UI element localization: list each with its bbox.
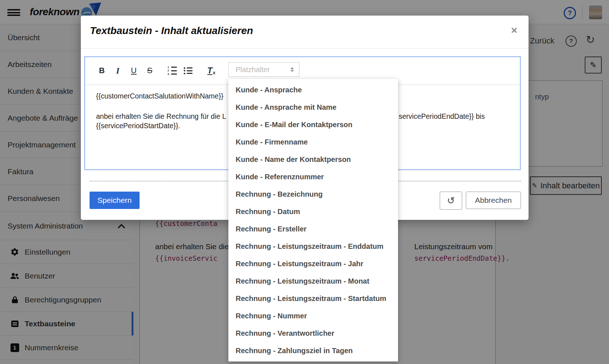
clear-formatting-button[interactable]: T x xyxy=(205,63,218,78)
dropdown-option[interactable]: Kunde - Firmenname xyxy=(228,133,398,151)
ul-bar xyxy=(187,70,192,71)
ol-bar xyxy=(171,74,177,75)
arrow-down xyxy=(290,70,294,72)
dropdown-option[interactable]: Rechnung - Ersteller xyxy=(228,220,398,238)
ul-dot xyxy=(184,67,185,69)
strikethrough-button[interactable]: S xyxy=(143,63,156,78)
dropdown-option[interactable]: Rechnung - Leistungszeitraum - Startdatu… xyxy=(228,290,398,307)
application-window: foreknown ? Übersicht Arbeitszeiten Kund… xyxy=(0,0,609,364)
ordered-list-icon: 1 2 3 xyxy=(167,66,177,75)
dropdown-option[interactable]: Rechnung - Bezeichnung xyxy=(228,185,398,203)
close-icon[interactable]: ✕ xyxy=(511,26,518,35)
dropdown-option[interactable]: Rechnung - Leistungszeitraum - Jahr xyxy=(228,255,398,272)
ordered-list-button[interactable]: 1 2 3 xyxy=(166,63,179,78)
placeholder-select-label: Platzhalter xyxy=(236,66,270,74)
dropdown-option[interactable]: Kunde - Name der Kontaktperson xyxy=(228,151,398,168)
ol-bar xyxy=(171,70,177,71)
updown-arrows-icon xyxy=(290,67,294,72)
ul-dot xyxy=(184,70,185,71)
dropdown-option[interactable]: Rechnung - Verantwortlicher xyxy=(228,325,398,342)
dropdown-option[interactable]: Kunde - Ansprache xyxy=(228,81,398,99)
bold-button[interactable]: B xyxy=(95,63,108,78)
clear-formatting-icon-sub: x xyxy=(213,70,215,75)
cancel-button[interactable]: Abbrechen xyxy=(466,192,521,209)
dropdown-option[interactable]: Rechnung - Zahlungsziel in Tagen xyxy=(228,342,398,359)
ol-number: 1 xyxy=(167,66,170,68)
editor-paragraph-2-left: anbei erhalten Sie die Rechnung für die … xyxy=(96,112,226,120)
save-button[interactable]: Speichern xyxy=(90,192,140,209)
underline-button[interactable]: U xyxy=(127,63,140,78)
dropdown-option[interactable]: Kunde - E-Mail der Kontaktperson xyxy=(228,116,398,133)
dropdown-option[interactable]: Rechnung - Leistungszeitraum - Enddatum xyxy=(228,238,398,255)
dropdown-option[interactable]: Rechnung - Datum xyxy=(228,203,398,220)
ol-number: 3 xyxy=(167,73,170,75)
undo-button[interactable]: ↺ xyxy=(440,192,462,210)
ol-number: 2 xyxy=(167,70,170,72)
ul-dot xyxy=(184,73,185,74)
dropdown-option[interactable]: Rechnung - Nummer xyxy=(228,307,398,325)
ul-bar xyxy=(187,67,192,68)
dropdown-option[interactable]: Kunde - Referenznummer xyxy=(228,168,398,185)
dropdown-option[interactable]: Rechnung - Leistungszeitraum - Monat xyxy=(228,272,398,290)
dialog-title: Textbaustein - Inhalt aktualisieren xyxy=(90,25,253,37)
header-divider xyxy=(81,48,529,49)
undo-icon: ↺ xyxy=(447,195,455,206)
clear-formatting-icon: T xyxy=(207,66,212,76)
unordered-list-icon xyxy=(184,67,192,74)
editor-paragraph-2-right: servicePeriodEndDate}} bis xyxy=(399,112,485,121)
italic-button[interactable]: I xyxy=(111,63,124,78)
placeholder-select[interactable]: Platzhalter xyxy=(228,62,299,77)
ul-bar xyxy=(187,73,192,74)
placeholder-dropdown: Kunde - Ansprache Kunde - Ansprache mit … xyxy=(228,79,398,361)
arrow-up xyxy=(290,67,294,69)
unordered-list-button[interactable] xyxy=(182,63,195,78)
dropdown-option[interactable]: Kunde - Ansprache mit Name xyxy=(228,99,398,116)
ol-bar xyxy=(171,67,177,68)
